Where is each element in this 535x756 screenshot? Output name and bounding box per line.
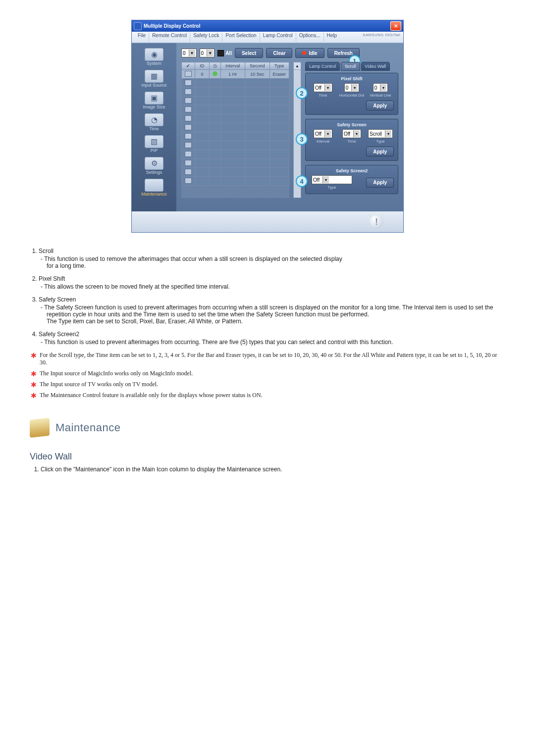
safetyscreen-time[interactable]: Off▾ xyxy=(342,129,361,138)
cell-id: 0 xyxy=(195,70,210,79)
checkbox-label: All xyxy=(225,50,232,56)
chevron-down-icon: ▼ xyxy=(207,50,213,56)
menu-file[interactable]: File xyxy=(135,33,149,42)
sidebar-item-label: Input Source xyxy=(141,83,166,88)
title-bar: Multiple Display Control ✕ xyxy=(132,20,403,32)
star-note: For the Scroll type, the Time item can b… xyxy=(30,352,505,366)
menu-bar: File Remote Control Safety Lock Port Sel… xyxy=(132,32,403,43)
maintenance-section-icon xyxy=(30,418,50,438)
pixel-shift-panel: 2 Pixel Shift Off▾Time 0▾Horizontal Dot … xyxy=(305,73,398,115)
menu-help[interactable]: Help xyxy=(324,33,340,42)
pixelshift-apply-button[interactable]: Apply xyxy=(366,101,394,110)
brand-label: SAMSUNG DIGITall xyxy=(363,33,400,42)
checkbox-icon[interactable] xyxy=(185,98,192,103)
image-size-icon: ▣ xyxy=(145,92,163,104)
sidebar-item-system[interactable]: ◉System xyxy=(134,47,174,67)
sidebar-item-maintenance[interactable]: Maintenance xyxy=(134,178,174,198)
checkbox-icon[interactable] xyxy=(185,89,192,95)
menu-port[interactable]: Port Selection xyxy=(222,33,260,42)
menu-safety[interactable]: Safety Lock xyxy=(190,33,222,42)
chevron-down-icon: ▾ xyxy=(380,84,386,91)
sidebar-item-pip[interactable]: ▧PIP xyxy=(134,134,174,154)
table-row[interactable] xyxy=(182,105,289,114)
sidebar-item-image-size[interactable]: ▣Image Size xyxy=(134,91,174,110)
table-row[interactable] xyxy=(182,79,289,88)
col-interval: Interval xyxy=(221,62,245,70)
table-row[interactable] xyxy=(182,159,289,168)
sidebar-item-input-source[interactable]: ▦Input Source xyxy=(134,69,174,89)
table-row[interactable] xyxy=(182,177,289,186)
menu-options[interactable]: Options... xyxy=(296,33,324,42)
menu-lamp[interactable]: Lamp Control xyxy=(260,33,296,42)
sidebar-item-settings[interactable]: ⚙Settings xyxy=(134,156,174,176)
note-scroll: Scroll This function is used to remove t… xyxy=(39,248,505,269)
checkbox-icon[interactable] xyxy=(185,142,192,148)
checkbox-icon[interactable] xyxy=(185,124,192,130)
dropdown-1[interactable]: 0▼ xyxy=(181,49,197,57)
safetyscreen2-type[interactable]: Off▾ xyxy=(312,175,352,184)
note-safety-screen2: Safety Screen2 This function is used to … xyxy=(39,331,505,346)
scroll-up-icon[interactable]: ▲ xyxy=(294,62,301,70)
safetyscreen-apply-button[interactable]: Apply xyxy=(366,147,394,156)
dropdown-value: 0 xyxy=(201,50,204,56)
note-pixel-shift: Pixel Shift This allows the screen to be… xyxy=(39,275,505,290)
table-row[interactable] xyxy=(182,132,289,141)
table-row[interactable] xyxy=(182,123,289,132)
cell-interval: 1 Hr xyxy=(221,70,245,79)
pixelshift-hdot[interactable]: 0▾ xyxy=(344,83,360,92)
app-icon xyxy=(134,22,142,30)
safety-screen2-panel: 4 Safety Screen2 Off▾Type Apply xyxy=(305,165,398,194)
table-row[interactable] xyxy=(182,168,289,177)
star-note: The Maintenance Control feature is avail… xyxy=(30,392,505,399)
col-id: ID xyxy=(195,62,210,70)
idle-button[interactable]: Idle xyxy=(295,48,324,58)
select-button[interactable]: Select xyxy=(235,48,263,58)
table-row[interactable] xyxy=(182,114,289,123)
display-table: ✔ ID ◷ Interval Second Type 0 1 Hr xyxy=(181,62,289,198)
step-item: Click on the "Maintenance" icon in the M… xyxy=(41,466,505,473)
info-icon: ! xyxy=(370,215,383,229)
checkbox-icon[interactable] xyxy=(185,169,192,175)
checkbox-icon[interactable] xyxy=(185,115,192,121)
maintenance-icon xyxy=(145,179,163,192)
note-safety-screen: Safety Screen The Safety Screen function… xyxy=(39,296,505,325)
chevron-down-icon: ▾ xyxy=(324,84,331,91)
pixelshift-time[interactable]: Off▾ xyxy=(314,83,332,92)
sidebar-item-time[interactable]: ◔Time xyxy=(134,112,174,132)
checkbox-icon[interactable] xyxy=(185,133,192,139)
dropdown-value: 0 xyxy=(183,50,186,56)
sidebar-item-label: Maintenance xyxy=(141,192,167,197)
clear-button[interactable]: Clear xyxy=(266,48,292,58)
dropdown-2[interactable]: 0▼ xyxy=(200,49,215,57)
safetyscreen2-apply-button[interactable]: Apply xyxy=(366,178,394,188)
table-row[interactable] xyxy=(182,88,289,97)
checkbox-icon[interactable] xyxy=(185,106,192,112)
checkbox-all[interactable]: All xyxy=(217,50,232,56)
pixelshift-vline[interactable]: 0▾ xyxy=(373,83,388,92)
checkbox-icon[interactable] xyxy=(185,178,192,184)
sidebar-item-label: PIP xyxy=(151,148,158,153)
table-row[interactable] xyxy=(182,97,289,105)
callout-2: 2 xyxy=(296,87,308,99)
tab-scroll[interactable]: Scroll xyxy=(341,62,360,71)
panel-title: Safety Screen2 xyxy=(310,168,394,173)
tab-video-wall[interactable]: Video Wall xyxy=(361,62,390,71)
table-row[interactable] xyxy=(182,150,289,159)
table-row[interactable] xyxy=(182,141,289,150)
col-second: Second xyxy=(245,62,269,70)
sidebar-item-label: Settings xyxy=(146,170,162,175)
checkbox-icon[interactable] xyxy=(185,80,192,86)
menu-remote[interactable]: Remote Control xyxy=(149,33,190,42)
tab-lamp-control[interactable]: Lamp Control xyxy=(305,62,340,71)
chevron-down-icon: ▾ xyxy=(351,84,358,91)
checkbox-icon[interactable] xyxy=(185,151,192,157)
safetyscreen-interval[interactable]: Off▾ xyxy=(314,129,332,138)
checkbox-icon[interactable] xyxy=(185,71,192,77)
close-icon[interactable]: ✕ xyxy=(390,21,401,31)
star-list: For the Scroll type, the Time item can b… xyxy=(30,352,505,399)
checkbox-icon[interactable] xyxy=(185,160,192,166)
chevron-down-icon: ▾ xyxy=(385,130,391,137)
table-row[interactable]: 0 1 Hr 10 Sec Eraser xyxy=(182,70,289,79)
safetyscreen-type[interactable]: Scroll▾ xyxy=(368,129,393,138)
sidebar-item-label: Image Size xyxy=(143,104,165,109)
